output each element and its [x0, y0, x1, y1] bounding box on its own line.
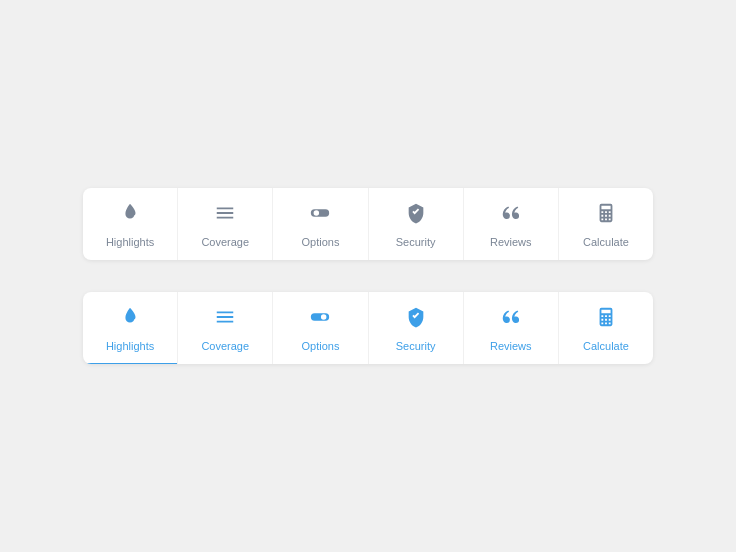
calculator-icon-active [595, 306, 617, 334]
svg-point-1 [314, 210, 320, 216]
tab-security-active-label: Security [396, 340, 436, 352]
quote-icon-active [500, 306, 522, 334]
flame-icon [119, 202, 141, 230]
tab-calculate-active-label: Calculate [583, 340, 629, 352]
inactive-tab-bar: Highlights Coverage Options Security [83, 188, 653, 260]
tab-security-inactive[interactable]: Security [369, 188, 464, 260]
tab-highlights-inactive-label: Highlights [106, 236, 154, 248]
tab-calculate-inactive-label: Calculate [583, 236, 629, 248]
flame-icon-active [119, 306, 141, 334]
tab-options-active[interactable]: Options [273, 292, 368, 364]
tab-options-active-label: Options [301, 340, 339, 352]
tab-calculate-active[interactable]: Calculate [559, 292, 653, 364]
list-icon-inactive [214, 202, 236, 230]
tab-highlights-active-label: Highlights [106, 340, 154, 352]
tab-coverage-active[interactable]: Coverage [178, 292, 273, 364]
active-tab-bar: Highlights Coverage Options Security [83, 292, 653, 364]
tab-coverage-inactive-label: Coverage [201, 236, 249, 248]
shield-check-icon-active [405, 306, 427, 334]
tab-highlights-active[interactable]: Highlights [83, 292, 178, 364]
toggle-icon-active [309, 306, 331, 334]
tab-options-inactive[interactable]: Options [273, 188, 368, 260]
tab-highlights-inactive[interactable]: Highlights [83, 188, 178, 260]
tab-security-inactive-label: Security [396, 236, 436, 248]
tab-reviews-inactive[interactable]: Reviews [464, 188, 559, 260]
tab-calculate-inactive[interactable]: Calculate [559, 188, 653, 260]
tab-reviews-active-label: Reviews [490, 340, 532, 352]
calculator-icon-inactive [595, 202, 617, 230]
tab-coverage-inactive[interactable]: Coverage [178, 188, 273, 260]
tab-security-active[interactable]: Security [369, 292, 464, 364]
tab-coverage-active-label: Coverage [201, 340, 249, 352]
quote-icon-inactive [500, 202, 522, 230]
tab-reviews-active[interactable]: Reviews [464, 292, 559, 364]
tab-options-inactive-label: Options [301, 236, 339, 248]
toggle-icon-inactive [309, 202, 331, 230]
svg-point-3 [321, 314, 327, 320]
shield-check-icon-inactive [405, 202, 427, 230]
list-icon-active [214, 306, 236, 334]
tab-reviews-inactive-label: Reviews [490, 236, 532, 248]
